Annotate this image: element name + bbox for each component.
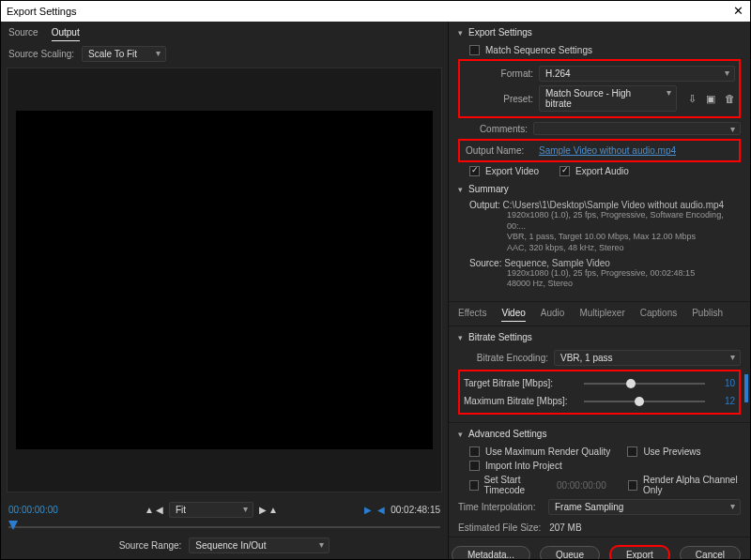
import-preset-icon[interactable]: ▣ bbox=[706, 93, 715, 105]
summary-source-path: Sequence, Sample Video bbox=[504, 258, 610, 268]
target-bitrate-value[interactable]: 10 bbox=[713, 378, 735, 388]
delete-preset-icon[interactable]: 🗑 bbox=[725, 93, 735, 105]
max-bitrate-label: Maximum Bitrate [Mbps]: bbox=[464, 396, 576, 406]
step-back-icon[interactable]: ▲◀ bbox=[145, 505, 163, 515]
tab-output[interactable]: Output bbox=[52, 27, 80, 41]
max-bitrate-value[interactable]: 12 bbox=[713, 396, 735, 406]
tab-audio[interactable]: Audio bbox=[541, 308, 565, 322]
alpha-channel-checkbox[interactable] bbox=[628, 480, 637, 491]
summary-output-path: C:\Users\1\Desktop\Sample Video without … bbox=[503, 200, 725, 210]
summary-header[interactable]: Summary bbox=[458, 184, 741, 194]
export-settings-section: Export Settings Match Sequence Settings … bbox=[449, 22, 750, 302]
set-in-icon[interactable]: ▶ bbox=[364, 505, 372, 515]
source-scaling-label: Source Scaling: bbox=[8, 49, 74, 59]
comments-input[interactable] bbox=[533, 122, 741, 135]
match-sequence-label: Match Sequence Settings bbox=[485, 45, 592, 55]
titlebar: Export Settings ✕ bbox=[1, 1, 750, 22]
estimated-size-label: Estimated File Size: bbox=[458, 522, 541, 533]
tab-source[interactable]: Source bbox=[8, 27, 38, 40]
close-icon[interactable]: ✕ bbox=[731, 5, 744, 18]
summary-block: Output: C:\Users\1\Desktop\Sample Video … bbox=[458, 200, 741, 290]
summary-source-label: Source: bbox=[469, 258, 501, 268]
output-name-link[interactable]: Sample Video without audio.mp4 bbox=[539, 145, 676, 156]
max-bitrate-slider[interactable] bbox=[584, 401, 705, 402]
tab-captions[interactable]: Captions bbox=[640, 308, 677, 322]
preset-select[interactable]: Match Source - High bitrate bbox=[539, 85, 677, 112]
match-sequence-checkbox[interactable] bbox=[469, 45, 480, 55]
export-audio-label: Export Audio bbox=[575, 166, 629, 176]
max-render-quality-label: Use Maximum Render Quality bbox=[485, 446, 610, 457]
timecode-end[interactable]: 00:02:48:15 bbox=[391, 505, 440, 515]
source-range-label: Source Range: bbox=[119, 540, 182, 551]
time-interp-select[interactable]: Frame Sampling bbox=[548, 499, 741, 515]
preview-tabs: Source Output bbox=[1, 22, 448, 42]
export-audio-checkbox[interactable] bbox=[559, 166, 570, 176]
tab-publish[interactable]: Publish bbox=[692, 308, 723, 322]
summary-output-label: Output: bbox=[469, 200, 500, 210]
output-name-highlight: Output Name: Sample Video without audio.… bbox=[458, 139, 741, 162]
source-scaling-select[interactable]: Scale To Fit bbox=[82, 46, 166, 62]
source-range-select[interactable]: Sequence In/Out bbox=[189, 537, 330, 553]
zoom-fit-select[interactable]: Fit bbox=[169, 502, 253, 518]
action-buttons: Metadata... Queue Export Cancel bbox=[449, 537, 750, 559]
output-name-label: Output Name: bbox=[466, 145, 533, 156]
cancel-button[interactable]: Cancel bbox=[680, 546, 741, 559]
target-bitrate-label: Target Bitrate [Mbps]: bbox=[464, 378, 576, 388]
export-video-label: Export Video bbox=[485, 166, 539, 176]
bitrate-header[interactable]: Bitrate Settings bbox=[458, 332, 741, 342]
import-project-label: Import Into Project bbox=[485, 461, 562, 471]
comments-label: Comments: bbox=[469, 124, 528, 134]
set-out-icon[interactable]: ◀ bbox=[377, 505, 385, 515]
queue-button[interactable]: Queue bbox=[540, 546, 600, 559]
export-settings-header[interactable]: Export Settings bbox=[458, 27, 741, 38]
summary-output-details: 1920x1080 (1.0), 25 fps, Progressive, So… bbox=[469, 210, 741, 254]
use-previews-checkbox[interactable] bbox=[627, 446, 637, 457]
save-preset-icon[interactable]: ⇩ bbox=[688, 93, 697, 105]
timecode-start[interactable]: 00:00:00:00 bbox=[8, 505, 58, 515]
set-start-tc-label: Set Start Timecode bbox=[484, 475, 551, 495]
target-bitrate-slider[interactable] bbox=[584, 383, 705, 385]
settings-panel: Export Settings Match Sequence Settings … bbox=[449, 22, 750, 559]
export-settings-window: Export Settings ✕ Source Output Source S… bbox=[0, 0, 751, 560]
time-interp-label: Time Interpolation: bbox=[458, 502, 543, 512]
bitrate-sliders-highlight: Target Bitrate [Mbps]: 10 Maximum Bitrat… bbox=[458, 370, 741, 415]
use-previews-label: Use Previews bbox=[643, 446, 700, 457]
advanced-section: Advanced Settings Use Maximum Render Qua… bbox=[449, 423, 750, 522]
import-project-checkbox[interactable] bbox=[469, 461, 480, 471]
max-render-quality-checkbox[interactable] bbox=[469, 446, 480, 457]
metadata-button[interactable]: Metadata... bbox=[452, 546, 530, 559]
encoder-tabs: Effects Video Audio Multiplexer Captions… bbox=[449, 302, 750, 326]
estimated-size-value: 207 MB bbox=[549, 522, 581, 533]
format-label: Format: bbox=[475, 68, 533, 79]
format-preset-highlight: Format: H.264 Preset: Match Source - Hig… bbox=[458, 59, 741, 118]
window-title: Export Settings bbox=[7, 6, 731, 17]
tab-multiplexer[interactable]: Multiplexer bbox=[579, 308, 624, 322]
bitrate-encoding-label: Bitrate Encoding: bbox=[469, 353, 548, 363]
preset-label: Preset: bbox=[475, 94, 533, 104]
preview-panel: Source Output Source Scaling: Scale To F… bbox=[1, 22, 449, 559]
timeline-slider[interactable] bbox=[8, 521, 440, 534]
scrollbar-thumb[interactable] bbox=[744, 374, 748, 402]
alpha-channel-label: Render Alpha Channel Only bbox=[643, 475, 741, 495]
start-timecode-value: 00:00:00:00 bbox=[557, 480, 606, 491]
video-preview-area bbox=[7, 68, 442, 492]
tab-effects[interactable]: Effects bbox=[458, 308, 486, 322]
set-start-tc-checkbox[interactable] bbox=[469, 480, 479, 491]
summary-source-details: 1920x1080 (1.0), 25 fps, Progressive, 00… bbox=[469, 268, 741, 290]
bitrate-encoding-select[interactable]: VBR, 1 pass bbox=[554, 350, 741, 366]
export-button[interactable]: Export bbox=[609, 545, 670, 559]
format-select[interactable]: H.264 bbox=[539, 66, 735, 82]
advanced-header[interactable]: Advanced Settings bbox=[458, 429, 741, 439]
tab-video[interactable]: Video bbox=[501, 308, 525, 322]
export-video-checkbox[interactable] bbox=[469, 166, 480, 176]
step-fwd-icon[interactable]: ▶▲ bbox=[259, 505, 278, 515]
video-preview bbox=[16, 111, 433, 449]
bitrate-section: Bitrate Settings Bitrate Encoding: VBR, … bbox=[449, 326, 750, 423]
